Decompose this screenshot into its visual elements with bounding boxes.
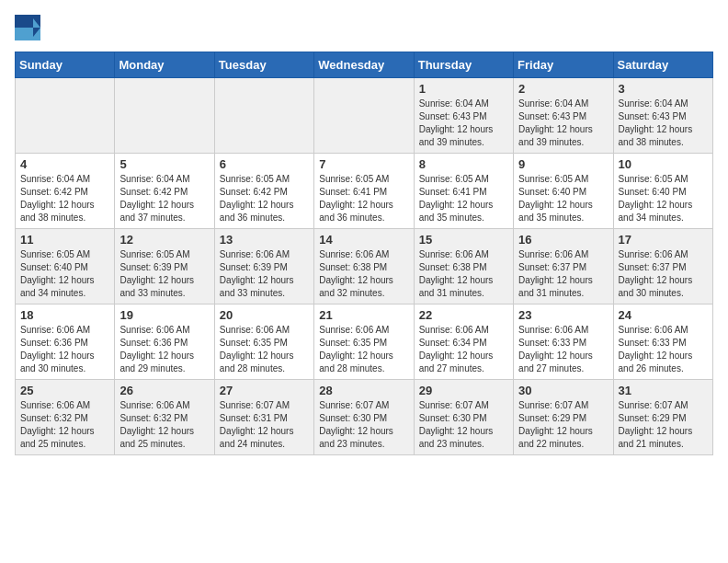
calendar-cell: 24Sunrise: 6:06 AM Sunset: 6:33 PM Dayli… bbox=[613, 304, 712, 380]
calendar-cell: 31Sunrise: 6:07 AM Sunset: 6:29 PM Dayli… bbox=[613, 380, 712, 455]
day-info: Sunrise: 6:05 AM Sunset: 6:42 PM Dayligh… bbox=[220, 173, 309, 224]
day-number: 1 bbox=[419, 82, 508, 96]
day-number: 9 bbox=[518, 157, 608, 171]
day-number: 20 bbox=[220, 308, 309, 322]
calendar-cell: 2Sunrise: 6:04 AM Sunset: 6:43 PM Daylig… bbox=[514, 78, 613, 154]
calendar-cell: 20Sunrise: 6:06 AM Sunset: 6:35 PM Dayli… bbox=[214, 304, 313, 380]
day-number: 23 bbox=[518, 308, 608, 322]
calendar-cell: 3Sunrise: 6:04 AM Sunset: 6:43 PM Daylig… bbox=[613, 78, 712, 154]
day-info: Sunrise: 6:07 AM Sunset: 6:29 PM Dayligh… bbox=[518, 399, 608, 451]
day-info: Sunrise: 6:06 AM Sunset: 6:36 PM Dayligh… bbox=[119, 324, 209, 375]
calendar-cell: 9Sunrise: 6:05 AM Sunset: 6:40 PM Daylig… bbox=[514, 154, 613, 229]
calendar-cell: 29Sunrise: 6:07 AM Sunset: 6:30 PM Dayli… bbox=[414, 380, 513, 455]
calendar-header: SundayMondayTuesdayWednesdayThursdayFrid… bbox=[16, 52, 713, 78]
day-info: Sunrise: 6:06 AM Sunset: 6:35 PM Dayligh… bbox=[220, 324, 309, 375]
day-info: Sunrise: 6:07 AM Sunset: 6:29 PM Dayligh… bbox=[619, 399, 708, 451]
day-info: Sunrise: 6:06 AM Sunset: 6:38 PM Dayligh… bbox=[319, 248, 408, 300]
day-number: 25 bbox=[20, 384, 109, 397]
calendar-cell: 11Sunrise: 6:05 AM Sunset: 6:40 PM Dayli… bbox=[16, 229, 115, 304]
calendar-cell bbox=[16, 78, 115, 154]
calendar-cell: 6Sunrise: 6:05 AM Sunset: 6:42 PM Daylig… bbox=[214, 154, 313, 229]
weekday-header-tuesday: Tuesday bbox=[214, 52, 313, 78]
calendar-cell: 1Sunrise: 6:04 AM Sunset: 6:43 PM Daylig… bbox=[414, 78, 513, 154]
day-info: Sunrise: 6:04 AM Sunset: 6:42 PM Dayligh… bbox=[20, 173, 109, 224]
weekday-header-friday: Friday bbox=[514, 52, 613, 78]
calendar-cell: 15Sunrise: 6:06 AM Sunset: 6:38 PM Dayli… bbox=[414, 229, 513, 304]
day-number: 31 bbox=[619, 384, 708, 397]
weekday-header-sunday: Sunday bbox=[16, 52, 115, 78]
day-info: Sunrise: 6:06 AM Sunset: 6:32 PM Dayligh… bbox=[119, 399, 209, 451]
calendar-cell: 26Sunrise: 6:06 AM Sunset: 6:32 PM Dayli… bbox=[115, 380, 214, 455]
calendar-cell: 18Sunrise: 6:06 AM Sunset: 6:36 PM Dayli… bbox=[16, 304, 115, 380]
calendar-body: 1Sunrise: 6:04 AM Sunset: 6:43 PM Daylig… bbox=[16, 78, 713, 455]
weekday-header-monday: Monday bbox=[115, 52, 214, 78]
calendar-cell: 5Sunrise: 6:04 AM Sunset: 6:42 PM Daylig… bbox=[115, 154, 214, 229]
day-info: Sunrise: 6:06 AM Sunset: 6:36 PM Dayligh… bbox=[20, 324, 109, 375]
day-info: Sunrise: 6:06 AM Sunset: 6:33 PM Dayligh… bbox=[518, 324, 608, 375]
calendar-cell: 22Sunrise: 6:06 AM Sunset: 6:34 PM Dayli… bbox=[414, 304, 513, 380]
calendar-table: SundayMondayTuesdayWednesdayThursdayFrid… bbox=[15, 52, 713, 455]
day-number: 15 bbox=[419, 233, 508, 247]
calendar-cell bbox=[314, 78, 414, 154]
day-info: Sunrise: 6:04 AM Sunset: 6:43 PM Dayligh… bbox=[619, 98, 708, 149]
day-number: 28 bbox=[319, 384, 408, 397]
day-info: Sunrise: 6:06 AM Sunset: 6:35 PM Dayligh… bbox=[319, 324, 408, 375]
day-number: 22 bbox=[419, 308, 508, 322]
calendar-week-row: 4Sunrise: 6:04 AM Sunset: 6:42 PM Daylig… bbox=[16, 154, 713, 229]
calendar-cell: 4Sunrise: 6:04 AM Sunset: 6:42 PM Daylig… bbox=[16, 154, 115, 229]
weekday-header-row: SundayMondayTuesdayWednesdayThursdayFrid… bbox=[16, 52, 713, 78]
calendar-cell: 21Sunrise: 6:06 AM Sunset: 6:35 PM Dayli… bbox=[314, 304, 414, 380]
day-number: 18 bbox=[20, 308, 109, 322]
calendar-cell: 17Sunrise: 6:06 AM Sunset: 6:37 PM Dayli… bbox=[613, 229, 712, 304]
day-number: 21 bbox=[319, 308, 408, 322]
calendar-cell: 12Sunrise: 6:05 AM Sunset: 6:39 PM Dayli… bbox=[115, 229, 214, 304]
day-number: 7 bbox=[319, 157, 408, 171]
calendar-cell: 27Sunrise: 6:07 AM Sunset: 6:31 PM Dayli… bbox=[214, 380, 313, 455]
day-number: 17 bbox=[619, 233, 708, 247]
day-number: 11 bbox=[20, 233, 109, 247]
logo-icon bbox=[15, 15, 40, 40]
day-info: Sunrise: 6:06 AM Sunset: 6:33 PM Dayligh… bbox=[619, 324, 708, 375]
day-info: Sunrise: 6:05 AM Sunset: 6:41 PM Dayligh… bbox=[419, 173, 508, 224]
day-number: 13 bbox=[220, 233, 309, 247]
day-info: Sunrise: 6:06 AM Sunset: 6:37 PM Dayligh… bbox=[619, 248, 708, 300]
day-info: Sunrise: 6:05 AM Sunset: 6:40 PM Dayligh… bbox=[619, 173, 708, 224]
day-number: 5 bbox=[119, 157, 209, 171]
page-header bbox=[15, 15, 713, 40]
day-number: 3 bbox=[619, 82, 708, 96]
calendar-cell: 7Sunrise: 6:05 AM Sunset: 6:41 PM Daylig… bbox=[314, 154, 414, 229]
day-number: 26 bbox=[119, 384, 209, 397]
calendar-cell: 25Sunrise: 6:06 AM Sunset: 6:32 PM Dayli… bbox=[16, 380, 115, 455]
day-info: Sunrise: 6:04 AM Sunset: 6:43 PM Dayligh… bbox=[419, 98, 508, 149]
day-info: Sunrise: 6:05 AM Sunset: 6:40 PM Dayligh… bbox=[518, 173, 608, 224]
day-number: 27 bbox=[220, 384, 309, 397]
day-number: 14 bbox=[319, 233, 408, 247]
day-info: Sunrise: 6:05 AM Sunset: 6:39 PM Dayligh… bbox=[119, 248, 209, 300]
calendar-cell: 14Sunrise: 6:06 AM Sunset: 6:38 PM Dayli… bbox=[314, 229, 414, 304]
calendar-cell: 30Sunrise: 6:07 AM Sunset: 6:29 PM Dayli… bbox=[514, 380, 613, 455]
day-info: Sunrise: 6:05 AM Sunset: 6:41 PM Dayligh… bbox=[319, 173, 408, 224]
day-info: Sunrise: 6:04 AM Sunset: 6:42 PM Dayligh… bbox=[119, 173, 209, 224]
day-number: 16 bbox=[518, 233, 608, 247]
day-number: 6 bbox=[220, 157, 309, 171]
day-info: Sunrise: 6:06 AM Sunset: 6:37 PM Dayligh… bbox=[518, 248, 608, 300]
calendar-week-row: 1Sunrise: 6:04 AM Sunset: 6:43 PM Daylig… bbox=[16, 78, 713, 154]
calendar-cell: 10Sunrise: 6:05 AM Sunset: 6:40 PM Dayli… bbox=[613, 154, 712, 229]
logo bbox=[15, 15, 44, 40]
day-info: Sunrise: 6:06 AM Sunset: 6:34 PM Dayligh… bbox=[419, 324, 508, 375]
day-number: 30 bbox=[518, 384, 608, 397]
calendar-cell bbox=[115, 78, 214, 154]
calendar-week-row: 11Sunrise: 6:05 AM Sunset: 6:40 PM Dayli… bbox=[16, 229, 713, 304]
day-number: 12 bbox=[119, 233, 209, 247]
weekday-header-thursday: Thursday bbox=[414, 52, 513, 78]
day-number: 4 bbox=[20, 157, 109, 171]
day-info: Sunrise: 6:04 AM Sunset: 6:43 PM Dayligh… bbox=[518, 98, 608, 149]
day-info: Sunrise: 6:07 AM Sunset: 6:31 PM Dayligh… bbox=[220, 399, 309, 451]
weekday-header-wednesday: Wednesday bbox=[314, 52, 414, 78]
calendar-week-row: 25Sunrise: 6:06 AM Sunset: 6:32 PM Dayli… bbox=[16, 380, 713, 455]
calendar-cell: 28Sunrise: 6:07 AM Sunset: 6:30 PM Dayli… bbox=[314, 380, 414, 455]
day-info: Sunrise: 6:05 AM Sunset: 6:40 PM Dayligh… bbox=[20, 248, 109, 300]
calendar-cell: 19Sunrise: 6:06 AM Sunset: 6:36 PM Dayli… bbox=[115, 304, 214, 380]
calendar-cell bbox=[214, 78, 313, 154]
day-info: Sunrise: 6:06 AM Sunset: 6:32 PM Dayligh… bbox=[20, 399, 109, 451]
